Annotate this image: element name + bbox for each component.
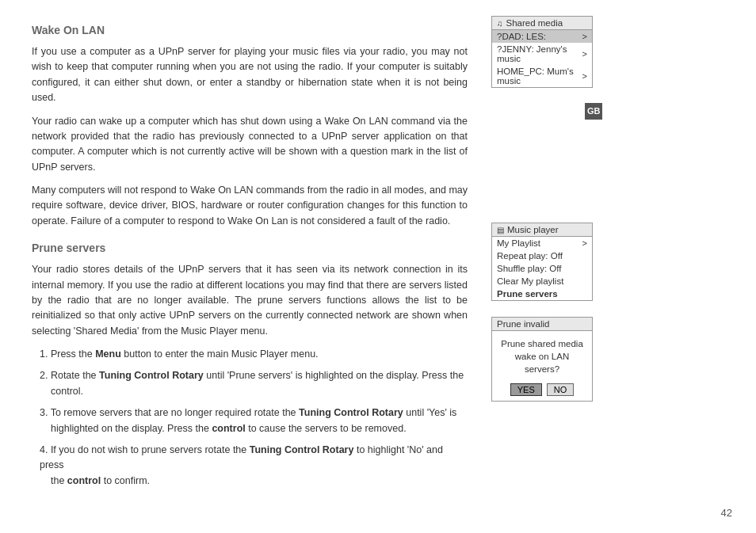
gb-tab: GB: [585, 103, 602, 120]
music-player-row-3[interactable]: Clear My playlist: [492, 275, 592, 287]
step-2-indent: control.: [40, 384, 468, 399]
shared-media-row-2-text: HOME_PC: Mum's music: [497, 67, 582, 86]
step-1: 1. Press the Menu button to enter the ma…: [32, 347, 468, 362]
para-wake-1: If you use a computer as a UPnP server f…: [32, 44, 468, 106]
music-player-row-2-text: Shuffle play: Off: [497, 264, 561, 273]
music-player-row-3-text: Clear My playlist: [497, 276, 563, 286]
prune-no-button[interactable]: NO: [547, 383, 575, 396]
step-2-text: until 'Prune servers' is highlighted on …: [206, 370, 464, 381]
music-player-row-0-text: My Playlist: [497, 238, 540, 248]
shared-media-title: Shared media: [506, 18, 563, 28]
prune-dialog-header: Prune invalid: [492, 318, 592, 331]
shared-media-row-0-text: ?DAD: LES:: [497, 32, 546, 41]
prune-dialog: Prune invalid Prune shared media wake on…: [491, 317, 593, 402]
music-player-widget: ▤ Music player My Playlist > Repeat play…: [491, 223, 593, 301]
step-2: 2. Rotate the Tuning Control Rotary unti…: [32, 368, 468, 399]
music-player-row-4-text: Prune servers: [497, 289, 558, 299]
para-wake-3: Many computers will not respond to Wake …: [32, 183, 468, 229]
music-player-header: ▤ Music player: [492, 223, 592, 237]
music-player-row-1-text: Repeat play: Off: [497, 251, 563, 261]
main-content: Wake On LAN If you use a computer as a U…: [0, 0, 491, 533]
music-player-row-2[interactable]: Shuffle play: Off: [492, 262, 592, 275]
music-player-row-0-arrow: >: [582, 238, 587, 248]
right-panel: ♫ Shared media ?DAD: LES: > ?JENNY: Jenn…: [491, 0, 602, 533]
step-4: 4. If you do not wish to prune servers r…: [32, 443, 468, 489]
step-3-indent: highlighted on the display. Press the co…: [40, 421, 468, 436]
shared-media-row-1[interactable]: ?JENNY: Jenny's music >: [492, 43, 592, 65]
shared-media-row-1-text: ?JENNY: Jenny's music: [497, 44, 582, 63]
music-player-row-1[interactable]: Repeat play: Off: [492, 249, 592, 262]
shared-media-row-2-arrow: >: [582, 71, 587, 81]
para-wake-2: Your radio can wake up a computer which …: [32, 114, 468, 176]
music-player-row-4[interactable]: Prune servers: [492, 287, 592, 300]
step-3: 3. To remove servers that are no longer …: [32, 405, 468, 436]
step-3-bold: Tuning Control Rotary: [299, 407, 403, 418]
section-wake-on-lan: Wake On LAN If you use a computer as a U…: [32, 24, 468, 229]
prune-yes-button[interactable]: YES: [510, 383, 542, 396]
heading-wake-on-lan: Wake On LAN: [32, 24, 468, 36]
step-2-bold: Tuning Control Rotary: [99, 370, 204, 381]
prune-dialog-body: Prune shared media wake on LAN servers?: [492, 331, 592, 380]
shared-media-row-1-arrow: >: [582, 49, 587, 59]
step-4-indent: the control to confirm.: [40, 474, 468, 489]
music-player-title: Music player: [507, 225, 559, 234]
music-note-icon: ♫: [497, 19, 503, 28]
para-prune-1: Your radio stores details of the UPnP se…: [32, 262, 468, 339]
shared-media-row-2[interactable]: HOME_PC: Mum's music >: [492, 65, 592, 87]
step-3-text: until 'Yes' is: [406, 407, 456, 418]
shared-media-row-0[interactable]: ?DAD: LES: >: [492, 30, 592, 43]
prune-dialog-line2: wake on LAN servers?: [515, 352, 569, 374]
shared-media-header: ♫ Shared media: [492, 17, 592, 30]
section-prune-servers: Prune servers Your radio stores details …: [32, 242, 468, 489]
music-player-row-0[interactable]: My Playlist >: [492, 237, 592, 249]
step-1-text: button to enter the main Music Player me…: [124, 348, 318, 360]
prune-dialog-line1: Prune shared media: [501, 339, 583, 348]
step-4-text: to highlight 'No' and press: [40, 444, 443, 470]
step-1-bold: Menu: [95, 348, 121, 360]
shared-media-row-0-arrow: >: [582, 32, 587, 41]
list-icon: ▤: [497, 226, 504, 234]
prune-dialog-buttons: YES NO: [492, 380, 592, 401]
page-number: 42: [721, 507, 732, 519]
page-wrapper: Wake On LAN If you use a computer as a U…: [0, 0, 756, 533]
step-4-bold: Tuning Control Rotary: [250, 444, 354, 455]
shared-media-widget: ♫ Shared media ?DAD: LES: > ?JENNY: Jenn…: [491, 16, 593, 88]
heading-prune-servers: Prune servers: [32, 242, 468, 254]
